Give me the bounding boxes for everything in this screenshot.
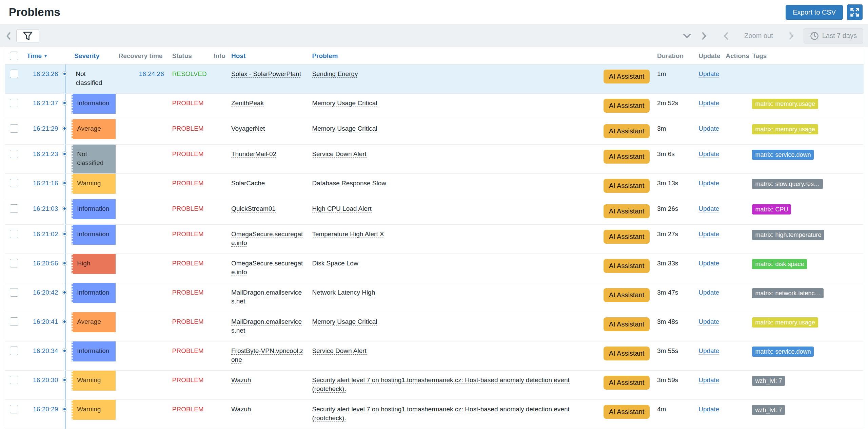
status-badge[interactable]: PROBLEM — [172, 205, 204, 212]
column-header-host[interactable]: Host — [229, 47, 309, 64]
select-all-checkbox[interactable] — [10, 52, 18, 60]
tag-chip[interactable]: matrix: service.down — [752, 150, 814, 160]
host-link[interactable]: ThunderMail-02 — [231, 150, 276, 158]
host-link[interactable]: Wazuh — [231, 406, 251, 413]
tag-chip[interactable]: wzh_lvl: 7 — [752, 405, 785, 415]
update-link[interactable]: Update — [698, 180, 719, 187]
host-link[interactable]: OmegaSecure.securegate.info — [231, 260, 303, 276]
row-checkbox[interactable] — [10, 70, 18, 78]
status-badge[interactable]: PROBLEM — [172, 289, 204, 296]
event-time-link[interactable]: 16:21:16 — [33, 180, 58, 187]
update-link[interactable]: Update — [698, 376, 719, 384]
event-time-link[interactable]: 16:21:37 — [33, 99, 58, 107]
ai-assistant-button[interactable]: AI Assistant — [604, 259, 650, 273]
update-link[interactable]: Update — [698, 125, 719, 132]
row-checkbox[interactable] — [10, 124, 18, 133]
status-badge[interactable]: RESOLVED — [172, 70, 207, 77]
update-link[interactable]: Update — [698, 230, 719, 238]
tag-chip[interactable]: matrix: memory.usage — [752, 99, 818, 109]
problem-link[interactable]: Database Response Slow — [312, 180, 386, 187]
row-checkbox[interactable] — [10, 347, 18, 355]
tag-chip[interactable]: matrix: memory.usage — [752, 124, 818, 134]
column-header-time[interactable]: Time ▼ — [24, 47, 59, 64]
event-time-link[interactable]: 16:20:29 — [33, 406, 58, 413]
update-link[interactable]: Update — [698, 99, 719, 107]
ai-assistant-button[interactable]: AI Assistant — [604, 376, 650, 390]
host-link[interactable]: MailDragon.emailservices.net — [231, 318, 302, 334]
problem-link[interactable]: Disk Space Low — [312, 260, 358, 267]
update-link[interactable]: Update — [698, 205, 719, 212]
event-time-link[interactable]: 16:20:41 — [33, 318, 58, 325]
kiosk-mode-button[interactable] — [847, 4, 863, 20]
row-checkbox[interactable] — [10, 288, 18, 297]
problem-link[interactable]: Sending Energy — [312, 70, 358, 78]
ai-assistant-button[interactable]: AI Assistant — [604, 204, 650, 218]
problem-link[interactable]: Memory Usage Critical — [312, 99, 377, 107]
column-header-problem[interactable]: Problem — [309, 47, 600, 64]
status-badge[interactable]: PROBLEM — [172, 376, 204, 384]
event-time-link[interactable]: 16:21:02 — [33, 230, 58, 238]
host-link[interactable]: MailDragon.emailservices.net — [231, 289, 302, 305]
host-link[interactable]: VoyagerNet — [231, 125, 265, 132]
problem-link[interactable]: Service Down Alert — [312, 150, 367, 158]
ai-assistant-button[interactable]: AI Assistant — [604, 405, 650, 419]
ai-assistant-button[interactable]: AI Assistant — [604, 347, 650, 360]
update-link[interactable]: Update — [698, 289, 719, 296]
update-link[interactable]: Update — [698, 70, 719, 78]
ai-assistant-button[interactable]: AI Assistant — [604, 124, 650, 138]
ai-assistant-button[interactable]: AI Assistant — [604, 70, 650, 83]
ai-assistant-button[interactable]: AI Assistant — [604, 150, 650, 164]
problem-link[interactable]: Security alert level 7 on hosting1.tomas… — [312, 376, 569, 393]
problem-link[interactable]: Memory Usage Critical — [312, 125, 377, 132]
event-time-link[interactable]: 16:21:03 — [33, 205, 58, 212]
host-link[interactable]: OmegaSecure.securegate.info — [231, 230, 303, 247]
problem-link[interactable]: Service Down Alert — [312, 347, 367, 355]
event-time-link[interactable]: 16:23:26 — [33, 70, 58, 77]
tag-chip[interactable]: matrix: network.latenc… — [752, 288, 824, 298]
row-checkbox[interactable] — [10, 317, 18, 326]
collapse-filter-chevron-left-icon[interactable] — [5, 31, 12, 41]
event-time-link[interactable]: 16:20:42 — [33, 289, 58, 296]
ai-assistant-button[interactable]: AI Assistant — [604, 230, 650, 244]
status-badge[interactable]: PROBLEM — [172, 318, 204, 325]
problem-link[interactable]: Memory Usage Critical — [312, 318, 377, 325]
problem-link[interactable]: Temperature High Alert X — [312, 230, 384, 238]
filter-tab[interactable] — [16, 30, 39, 42]
host-link[interactable]: Wazuh — [231, 376, 251, 384]
row-checkbox[interactable] — [10, 179, 18, 187]
status-badge[interactable]: PROBLEM — [172, 150, 204, 157]
status-badge[interactable]: PROBLEM — [172, 125, 204, 132]
status-badge[interactable]: PROBLEM — [172, 99, 204, 107]
time-forward-chevron-right-icon[interactable] — [701, 31, 708, 41]
problem-link[interactable]: Security alert level 7 on hosting1.tomas… — [312, 406, 569, 422]
status-badge[interactable]: PROBLEM — [172, 260, 204, 267]
row-checkbox[interactable] — [10, 99, 18, 107]
ai-assistant-button[interactable]: AI Assistant — [604, 99, 650, 113]
host-link[interactable]: FrostByte-VPN.vpncool.zone — [231, 347, 303, 363]
ai-assistant-button[interactable]: AI Assistant — [604, 317, 650, 331]
tag-chip[interactable]: wzh_lvl: 7 — [752, 376, 785, 386]
event-time-link[interactable]: 16:21:23 — [33, 150, 58, 157]
time-range-button[interactable]: Last 7 days — [804, 29, 863, 43]
zoom-left-chevron-icon[interactable] — [723, 31, 729, 41]
export-to-csv-button[interactable]: Export to CSV — [786, 5, 843, 20]
host-link[interactable]: QuickStream01 — [231, 205, 276, 212]
ai-assistant-button[interactable]: AI Assistant — [604, 179, 650, 193]
tag-chip[interactable]: matrix: slow.query.res… — [752, 179, 823, 189]
event-time-link[interactable]: 16:21:29 — [33, 125, 58, 132]
host-link[interactable]: ZenithPeak — [231, 99, 264, 107]
row-checkbox[interactable] — [10, 230, 18, 238]
status-badge[interactable]: PROBLEM — [172, 406, 204, 413]
host-link[interactable]: Solax - SolarPowerPlant — [231, 70, 301, 78]
event-time-link[interactable]: 16:20:56 — [33, 260, 58, 267]
column-header-severity[interactable]: Severity — [72, 47, 116, 64]
update-link[interactable]: Update — [698, 318, 719, 325]
tag-chip[interactable]: matrix: CPU — [752, 204, 791, 214]
zoom-right-chevron-icon[interactable] — [788, 31, 795, 41]
update-link[interactable]: Update — [698, 260, 719, 267]
tag-chip[interactable]: matrix: service.down — [752, 347, 814, 357]
row-checkbox[interactable] — [10, 259, 18, 267]
row-checkbox[interactable] — [10, 376, 18, 384]
tag-chip[interactable]: matrix: high.temperature — [752, 230, 824, 240]
row-checkbox[interactable] — [10, 405, 18, 413]
